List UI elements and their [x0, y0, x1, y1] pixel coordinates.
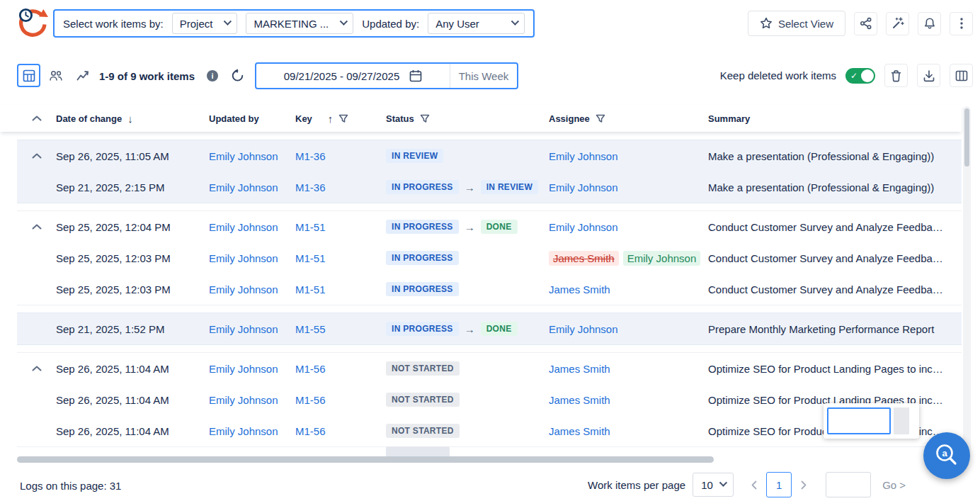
horizontal-scrollbar-thumb[interactable] [17, 456, 714, 463]
key-link[interactable]: M1-56 [295, 363, 326, 375]
summary-text: Conduct Customer Survey and Analyze Feed… [708, 252, 962, 264]
columns-button[interactable] [950, 64, 973, 87]
delete-button[interactable] [884, 64, 908, 87]
sort-desc-icon[interactable]: ↓ [127, 113, 133, 125]
col-status: Status [386, 113, 414, 124]
filter-by-value: Project [180, 18, 213, 30]
table-row[interactable]: Sep 21, 2025, 2:15 PMEmily JohnsonM1-36I… [17, 171, 962, 203]
notifications-button[interactable] [918, 12, 941, 35]
sort-asc-icon[interactable]: ↑ [328, 113, 334, 125]
filter-icon[interactable] [596, 114, 605, 123]
date-preset-label: This Week [450, 64, 517, 88]
per-page-label: Work items per page [588, 479, 685, 491]
project-dropdown[interactable]: MARKETING ... [246, 13, 353, 34]
vertical-scrollbar[interactable] [963, 106, 971, 455]
table-row[interactable]: Sep 25, 2025, 12:04 PMEmily JohnsonM1-51… [17, 211, 962, 242]
change-date: Sep 25, 2025, 12:03 PM [56, 252, 209, 264]
summary-text: Make a presentation (Professional & Enga… [708, 150, 962, 162]
updated-by-link[interactable]: Emily Johnson [209, 252, 278, 264]
row-group: Sep 25, 2025, 12:04 PMEmily JohnsonM1-51… [17, 210, 962, 305]
people-view-button[interactable] [44, 64, 67, 87]
status-badge: DONE [481, 322, 518, 336]
transition-arrow-icon: → [465, 181, 475, 193]
per-page-select[interactable]: 10 [693, 473, 734, 497]
bell-icon [923, 17, 936, 30]
updated-by-link[interactable]: Emily Johnson [209, 394, 278, 406]
updated-by-link[interactable]: Emily Johnson [209, 363, 278, 375]
go-button[interactable]: Go > [882, 479, 906, 491]
table-row[interactable]: Sep 25, 2025, 12:03 PMEmily JohnsonM1-51… [17, 274, 962, 305]
date-range-picker[interactable]: 09/21/2025 - 09/27/2025 This Week [255, 62, 518, 89]
updated-by-link[interactable]: Emily Johnson [209, 181, 278, 193]
current-page-button[interactable]: 1 [766, 472, 792, 497]
assignee-link[interactable]: Emily Johnson [549, 181, 618, 193]
calendar-icon[interactable] [409, 69, 422, 82]
select-view-button[interactable]: Select View [748, 11, 845, 36]
refresh-icon [231, 69, 244, 82]
key-link[interactable]: M1-56 [295, 394, 326, 406]
key-link[interactable]: M1-51 [295, 283, 326, 295]
more-menu-button[interactable] [950, 12, 973, 35]
updated-by-link[interactable]: Emily Johnson [209, 283, 278, 295]
table-grid-icon [23, 69, 35, 82]
collapse-group-icon[interactable] [31, 152, 42, 159]
table-row[interactable]: Sep 26, 2025, 11:04 AMEmily JohnsonM1-56… [17, 384, 962, 415]
table-row[interactable]: Sep 26, 2025, 11:04 AMEmily JohnsonM1-56… [17, 353, 962, 384]
trash-icon [890, 69, 902, 82]
refresh-button[interactable] [231, 69, 244, 85]
assignee-link[interactable]: James Smith [549, 363, 610, 375]
search-fab[interactable]: a [923, 432, 970, 479]
key-link[interactable]: M1-56 [295, 425, 326, 437]
chart-view-button[interactable] [71, 64, 94, 87]
assignee-link[interactable]: James Smith [549, 283, 610, 295]
updated-by-link[interactable]: Emily Johnson [209, 221, 278, 233]
assignee-link[interactable]: James Smith [549, 394, 610, 406]
assignee-link[interactable]: Emily Johnson [549, 221, 618, 233]
magnifier-a-icon: a [933, 442, 960, 469]
ai-assistant-button[interactable] [886, 12, 909, 35]
vertical-scrollbar-thumb[interactable] [964, 108, 969, 167]
table-row[interactable]: Sep 25, 2025, 12:03 PMEmily JohnsonM1-51… [17, 242, 962, 274]
filter-icon[interactable] [338, 114, 348, 123]
filter-icon[interactable] [420, 114, 430, 123]
select-view-label: Select View [778, 18, 833, 30]
updated-by-link[interactable]: Emily Johnson [209, 425, 278, 437]
page-jump-input[interactable] [826, 472, 871, 497]
collapse-group-icon[interactable] [31, 223, 42, 230]
export-button[interactable] [917, 64, 940, 87]
collapse-all-icon[interactable] [31, 115, 42, 122]
summary-text: Conduct Customer Survey and Analyze Feed… [708, 283, 962, 295]
assignee-link[interactable]: Emily Johnson [549, 323, 618, 335]
prev-page-button[interactable] [748, 473, 760, 497]
keep-deleted-toggle[interactable]: ✓ [845, 68, 875, 84]
updated-by-link[interactable]: Emily Johnson [209, 150, 278, 162]
key-link[interactable]: M1-36 [295, 181, 326, 193]
assignee-link[interactable]: James Smith [549, 425, 610, 437]
key-link[interactable]: M1-51 [295, 221, 326, 233]
key-link[interactable]: M1-51 [295, 252, 326, 264]
table-row[interactable]: Sep 21, 2025, 1:52 PMEmily JohnsonM1-55I… [17, 313, 962, 344]
next-page-button[interactable] [798, 473, 809, 497]
table-view-button[interactable] [17, 64, 40, 87]
key-link[interactable]: M1-36 [295, 150, 326, 162]
share-button[interactable] [854, 12, 877, 35]
updated-by-link[interactable]: Emily Johnson [209, 323, 278, 335]
change-date: Sep 26, 2025, 11:04 AM [56, 363, 209, 375]
info-icon[interactable]: i [207, 70, 218, 81]
table-row[interactable]: Sep 26, 2025, 11:05 AMEmily JohnsonM1-36… [17, 140, 962, 171]
status-badge: IN PROGRESS [386, 180, 459, 194]
pagination: Work items per page 10 1 Go > [588, 472, 906, 497]
change-date: Sep 25, 2025, 12:03 PM [56, 283, 209, 295]
filter-by-dropdown[interactable]: Project [172, 13, 238, 34]
change-date: Sep 26, 2025, 11:04 AM [56, 425, 209, 437]
status-badge: IN PROGRESS [386, 322, 459, 336]
toolbar-actions: Keep deleted work items ✓ [720, 64, 973, 87]
table-row[interactable]: Sep 26, 2025, 11:04 AMEmily JohnsonM1-56… [17, 415, 962, 446]
status-badge: IN PROGRESS [386, 220, 459, 234]
status-badge: IN REVIEW [481, 180, 538, 194]
collapse-group-icon[interactable] [31, 365, 42, 372]
key-link[interactable]: M1-55 [295, 323, 326, 335]
assignee-link[interactable]: Emily Johnson [549, 150, 618, 162]
updated-by-user-dropdown[interactable]: Any User [428, 13, 525, 34]
assignee-removed: James Smith [549, 251, 619, 266]
